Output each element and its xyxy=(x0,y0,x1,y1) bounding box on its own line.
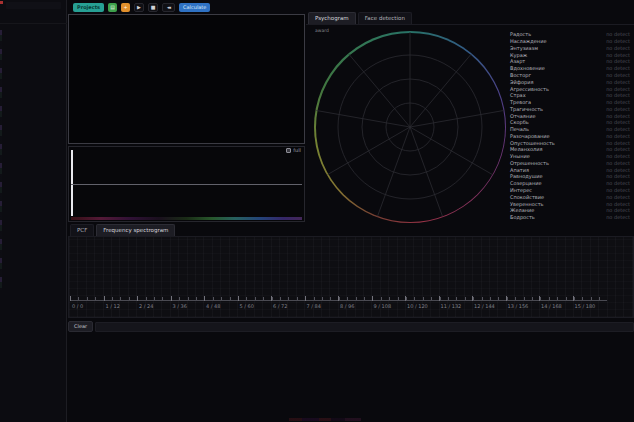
emotion-name: Радость xyxy=(510,31,531,37)
spectrogram-tabs: PCF Frequency spectrogram xyxy=(70,224,175,236)
emotion-row: Восторг no detect xyxy=(510,72,630,79)
emotion-name: Агрессивность xyxy=(510,86,549,92)
emotion-value: no detect xyxy=(606,31,630,37)
tick-label: 11 / 132 xyxy=(441,303,462,309)
emotion-row: Трагичность no detect xyxy=(510,105,630,112)
tick-label: 8 / 96 xyxy=(340,303,354,309)
emotion-name: Наслаждение xyxy=(510,38,546,44)
axis-tick: 14 / 168 xyxy=(539,301,573,314)
tick-label: 1 / 12 xyxy=(106,303,120,309)
stop-button[interactable]: ■ xyxy=(148,3,158,12)
spectrogram-panel: PCF Frequency spectrogram 0 / 0 1 / 12 2… xyxy=(68,224,634,318)
taskbar-sliver xyxy=(289,418,361,421)
emotion-value: no detect xyxy=(606,173,630,179)
emotion-name: Восторг xyxy=(510,72,531,78)
spectrogram-plot[interactable]: 0 / 0 1 / 12 2 / 24 3 / 36 4 xyxy=(68,236,634,318)
axis-tick: 7 / 84 xyxy=(305,301,339,314)
full-label: full xyxy=(293,148,301,153)
tick-label: 14 / 168 xyxy=(541,303,562,309)
emotion-name: Скорбь xyxy=(510,119,529,125)
emotion-name: Вдохновение xyxy=(510,65,545,71)
emotion-value: no detect xyxy=(606,65,630,71)
tick-label: 15 / 180 xyxy=(575,303,596,309)
open-project-button[interactable]: ▤ xyxy=(108,3,117,12)
axis-tick: 12 / 144 xyxy=(472,301,506,314)
waveform-panel: full xyxy=(68,146,305,222)
spectrum-color-strip xyxy=(71,217,302,220)
emotion-value: no detect xyxy=(606,180,630,186)
tab-pcf[interactable]: PCF xyxy=(70,224,94,236)
emotion-row: Печаль no detect xyxy=(510,126,630,133)
emotion-row: Страх no detect xyxy=(510,92,630,99)
emotion-row: Скорбь no detect xyxy=(510,119,630,126)
emotion-name: Меланхолия xyxy=(510,146,542,152)
tick-label: 7 / 84 xyxy=(307,303,321,309)
emotion-row: Уверенность no detect xyxy=(510,200,630,207)
emotion-name: Спокойствие xyxy=(510,194,544,200)
emotion-name: Печаль xyxy=(510,126,529,132)
emotion-name: Желание xyxy=(510,207,534,213)
emotion-row: Энтузиазм no detect xyxy=(510,45,630,52)
clear-bar: Clear xyxy=(68,320,634,333)
emotion-value: no detect xyxy=(606,92,630,98)
tick-label: 5 / 60 xyxy=(240,303,254,309)
red-indicator-dot xyxy=(0,1,3,4)
emotion-row: Созерцание no detect xyxy=(510,180,630,187)
emotion-value: no detect xyxy=(606,38,630,44)
emotion-value: no detect xyxy=(606,207,630,213)
emotion-name: Отрешенность xyxy=(510,160,549,166)
emotion-row: Радость no detect xyxy=(510,31,630,38)
emotion-row: Спокойствие no detect xyxy=(510,193,630,200)
play-button[interactable]: ▶ xyxy=(134,3,144,12)
calculate-button[interactable]: Calculate xyxy=(179,3,210,12)
emotion-row: Опустошенность no detect xyxy=(510,139,630,146)
emotion-value: no detect xyxy=(606,126,630,132)
emotion-row: Желание no detect xyxy=(510,207,630,214)
tab-frequency-spectrogram[interactable]: Frequency spectrogram xyxy=(96,224,175,236)
psychogram-body: award xyxy=(306,24,634,222)
psychogram-tabs: Psychogram Face detection xyxy=(308,12,412,24)
clear-bar-track xyxy=(95,322,634,332)
emotion-value: no detect xyxy=(606,153,630,159)
playhead-cursor[interactable] xyxy=(71,150,73,216)
emotion-name: Бодрость xyxy=(510,214,535,220)
emotion-name: Страх xyxy=(510,92,526,98)
full-checkbox[interactable]: full xyxy=(286,148,301,153)
emotion-value: no detect xyxy=(606,201,630,207)
tab-psychogram[interactable]: Psychogram xyxy=(308,12,356,24)
volume-button[interactable]: ◂◂ xyxy=(162,3,175,12)
axis-tick: 4 / 48 xyxy=(204,301,238,314)
emotion-value: no detect xyxy=(606,106,630,112)
emotion-value: no detect xyxy=(606,160,630,166)
emotion-name: Азарт xyxy=(510,58,525,64)
emotion-row: Апатия no detect xyxy=(510,166,630,173)
emotion-name: Равнодушие xyxy=(510,173,543,179)
sidebar-divider xyxy=(0,23,67,24)
add-button[interactable]: + xyxy=(121,3,130,12)
emotion-row: Меланхолия no detect xyxy=(510,146,630,153)
emotion-value: no detect xyxy=(606,146,630,152)
clear-button[interactable]: Clear xyxy=(68,321,93,333)
emotion-row: Тревога no detect xyxy=(510,99,630,106)
projects-button[interactable]: Projects xyxy=(73,3,104,12)
emotion-row: Отчаяние no detect xyxy=(510,112,630,119)
emotion-row: Наслаждение no detect xyxy=(510,38,630,45)
tick-label: 9 / 108 xyxy=(374,303,392,309)
tick-label: 0 / 0 xyxy=(72,303,83,309)
emotion-name: Отчаяние xyxy=(510,113,535,119)
tab-face-detection[interactable]: Face detection xyxy=(358,12,412,24)
emotion-value: no detect xyxy=(606,214,630,220)
axis-tick: 6 / 72 xyxy=(271,301,305,314)
psychogram-panel: Psychogram Face detection award xyxy=(306,12,634,222)
emotion-value: no detect xyxy=(606,58,630,64)
emotion-name: Эйфория xyxy=(510,79,534,85)
tick-label: 12 / 144 xyxy=(474,303,495,309)
projects-sidebar xyxy=(0,0,67,422)
sidebar-header xyxy=(6,2,61,9)
axis-tick: 10 / 120 xyxy=(405,301,439,314)
axis-tick: 3 / 36 xyxy=(171,301,205,314)
axis-tick: 1 / 12 xyxy=(104,301,138,314)
axis-tick: 9 / 108 xyxy=(372,301,406,314)
stop-icon: ■ xyxy=(151,5,156,10)
emotion-name: Трагичность xyxy=(510,106,543,112)
